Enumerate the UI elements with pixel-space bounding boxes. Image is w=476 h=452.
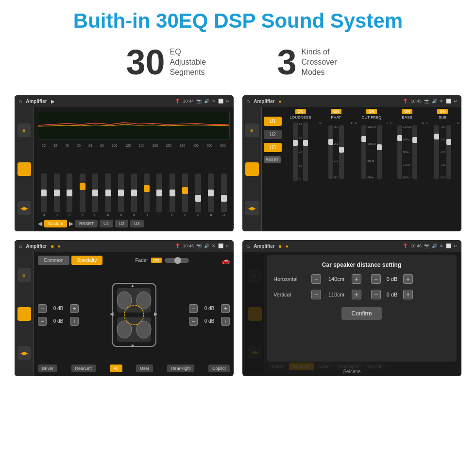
on-sub[interactable]: ON xyxy=(437,109,448,114)
on-bass[interactable]: ON xyxy=(402,109,412,114)
back-icon-bl[interactable]: ↩ xyxy=(226,243,230,248)
bass-track1[interactable] xyxy=(397,125,402,179)
dsp-icon-3[interactable]: ◀▶ xyxy=(245,201,259,215)
db-right2-plus[interactable]: + xyxy=(403,290,413,299)
copilot-btn-bl[interactable]: Copilot xyxy=(208,365,230,372)
eq-icon-3[interactable]: ◀▶ xyxy=(17,201,31,215)
home-icon-bl[interactable]: ⌂ xyxy=(18,243,22,249)
all-btn[interactable]: All xyxy=(110,365,122,372)
on-cutfreq[interactable]: ON xyxy=(366,109,377,114)
dist-dialog: Car speaker distance setting Horizontal … xyxy=(267,255,457,362)
rr-minus[interactable]: − xyxy=(189,317,198,326)
stat-crossover: 3 Kinds ofCrossover Modes xyxy=(248,45,379,80)
vertical-plus[interactable]: + xyxy=(352,290,361,299)
sub-labels: -3.0-2.5-2.0-1.0-0.5 xyxy=(440,125,445,179)
left-level-controls: − 0 dB + − 0 dB + xyxy=(38,304,79,326)
close-icon[interactable]: ✕ xyxy=(212,99,216,104)
slider-50[interactable]: 5 xyxy=(76,174,88,217)
slider-400[interactable]: -1 xyxy=(192,174,204,217)
back-icon-tr[interactable]: ↩ xyxy=(454,99,458,104)
slider-40[interactable]: 0 xyxy=(64,174,75,217)
confirm-button[interactable]: Confirm xyxy=(341,307,381,320)
back-icon-br[interactable]: ↩ xyxy=(454,243,458,248)
fader-track[interactable] xyxy=(165,258,189,263)
eq-icon-1[interactable]: ≡ xyxy=(17,123,31,137)
slider-80[interactable]: 0 xyxy=(102,174,114,217)
svg-text:▼: ▼ xyxy=(130,343,135,348)
sound-icon-2[interactable]: 〜 xyxy=(17,307,31,321)
driver-btn[interactable]: Driver xyxy=(38,365,57,372)
horizontal-minus[interactable]: − xyxy=(311,274,321,284)
loudness-track2[interactable] xyxy=(303,122,308,181)
reset-btn-tr[interactable]: RESET xyxy=(264,156,281,163)
back-icon[interactable]: ↩ xyxy=(226,99,230,104)
slider-100[interactable]: 0 xyxy=(115,174,127,217)
slider-250[interactable]: 0 xyxy=(167,174,178,217)
sub-track1[interactable] xyxy=(434,125,439,179)
vertical-minus[interactable]: − xyxy=(311,290,321,299)
u2-btn-tr[interactable]: U2 xyxy=(264,130,282,139)
fr-minus[interactable]: − xyxy=(189,304,198,313)
dsp-icon-1[interactable]: ≡ xyxy=(245,123,259,137)
horizontal-plus[interactable]: + xyxy=(352,274,361,284)
slider-25[interactable]: 0 xyxy=(38,174,50,217)
back-btn[interactable]: ◀ xyxy=(38,220,42,227)
close-icon-tr[interactable]: ✕ xyxy=(440,99,443,104)
u3-btn-tr[interactable]: U3 xyxy=(264,143,282,152)
cutfreq-track1[interactable] xyxy=(361,125,366,179)
db-right1-minus[interactable]: − xyxy=(371,274,381,284)
sound-icon-1[interactable]: ≡ xyxy=(17,268,31,282)
slider-200[interactable]: 0 xyxy=(153,174,165,217)
slider-500[interactable]: 0 xyxy=(205,174,217,217)
tab-specialty-bl[interactable]: Specialty xyxy=(71,256,103,265)
stat-crossover-text: Kinds ofCrossover Modes xyxy=(302,47,350,77)
rr-plus[interactable]: + xyxy=(221,317,230,326)
home-icon-tr[interactable]: ⌂ xyxy=(246,98,250,104)
bass-track2[interactable] xyxy=(412,125,417,179)
location-icon-bl: 📍 xyxy=(175,243,180,248)
db-right2-minus[interactable]: − xyxy=(371,290,381,299)
db-right2-val: 0 dB xyxy=(382,292,402,297)
user-btn-bl[interactable]: User xyxy=(136,365,153,372)
forward-btn[interactable]: ▶ xyxy=(69,220,73,227)
on-phat[interactable]: ON xyxy=(331,109,341,114)
slider-630[interactable]: -1 xyxy=(218,174,230,217)
fader-on[interactable]: ON xyxy=(151,258,162,263)
phat-track1[interactable] xyxy=(328,125,333,179)
rearright-btn[interactable]: RearRight xyxy=(167,365,195,372)
u1-btn-tr[interactable]: U1 xyxy=(264,117,282,126)
slider-32[interactable]: 0 xyxy=(51,174,62,217)
rearleft-btn[interactable]: RearLeft xyxy=(71,365,96,372)
fl-plus[interactable]: + xyxy=(70,304,79,313)
on-loudness[interactable]: ON xyxy=(295,109,306,114)
u2-btn-tl[interactable]: U2 xyxy=(115,220,129,227)
close-icon-br[interactable]: ✕ xyxy=(440,243,443,248)
sub-track2[interactable] xyxy=(446,125,451,179)
fr-plus[interactable]: + xyxy=(221,304,230,313)
slider-125[interactable]: 0 xyxy=(128,174,139,217)
rl-minus[interactable]: − xyxy=(38,317,47,326)
fl-minus[interactable]: − xyxy=(38,304,47,313)
level-rl: − 0 dB + xyxy=(38,317,79,326)
slider-63[interactable]: 0 xyxy=(89,174,101,217)
slider-320[interactable]: 0 xyxy=(179,174,191,217)
car-settings-icon[interactable]: 🚗 xyxy=(221,257,230,264)
u3-btn-tl[interactable]: U3 xyxy=(130,220,144,227)
sound-main: Common Specialty Fader ON 🚗 xyxy=(34,252,234,376)
home-icon-br[interactable]: ⌂ xyxy=(246,243,250,249)
reset-btn-tl[interactable]: RESET xyxy=(75,220,98,227)
loudness-track1[interactable] xyxy=(293,122,298,181)
dsp-icon-2[interactable]: 〜 xyxy=(245,162,259,176)
cutfreq-track2[interactable] xyxy=(377,125,382,179)
sound-icon-3[interactable]: ◀▶ xyxy=(17,346,31,360)
u1-btn-tl[interactable]: U1 xyxy=(100,220,113,227)
db-right1-plus[interactable]: + xyxy=(403,274,413,284)
eq-icon-2[interactable]: 〜 xyxy=(17,162,31,176)
rl-plus[interactable]: + xyxy=(70,317,79,326)
tab-common-bl[interactable]: Common xyxy=(38,256,69,265)
phat-track2[interactable] xyxy=(339,125,344,179)
home-icon[interactable]: ⌂ xyxy=(18,98,22,104)
slider-160[interactable]: 0 xyxy=(141,174,153,217)
close-icon-bl[interactable]: ✕ xyxy=(212,243,216,248)
preset-custom[interactable]: Custom xyxy=(44,220,67,227)
